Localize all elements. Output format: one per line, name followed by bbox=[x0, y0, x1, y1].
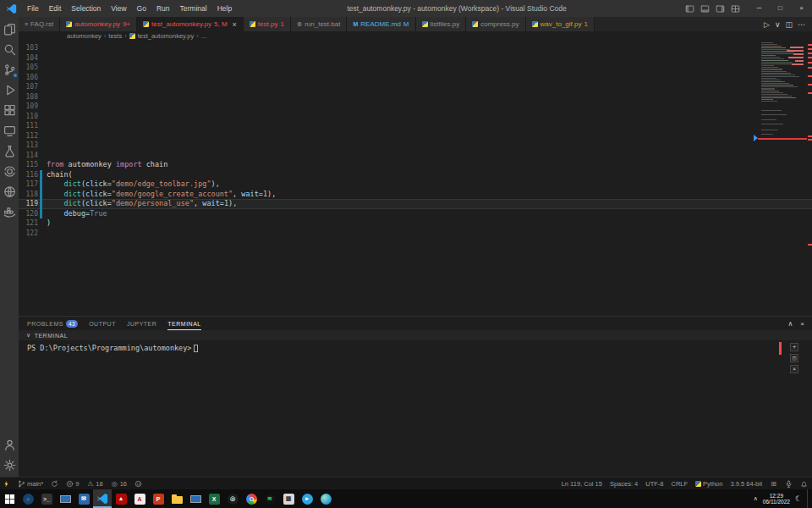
cursor-position[interactable]: Ln 119, Col 15 bbox=[562, 480, 602, 488]
activity-live-share[interactable] bbox=[3, 185, 16, 198]
menu-terminal[interactable]: Terminal bbox=[175, 0, 212, 17]
breadcrumb-item[interactable]: tests bbox=[108, 32, 122, 40]
tab-test.py[interactable]: test.py1 bbox=[244, 17, 291, 31]
tab-listfiles.py[interactable]: listfiles.py bbox=[416, 17, 467, 31]
calculator-app[interactable]: ▦ bbox=[279, 489, 298, 508]
spotify-app[interactable]: ≋ bbox=[261, 489, 279, 508]
breadcrumb-item[interactable]: test_automonkey.py bbox=[138, 32, 195, 40]
tab-test_automonkey.py[interactable]: test_automonkey.py5, M× bbox=[137, 17, 244, 31]
activity-settings-gear[interactable] bbox=[3, 459, 16, 472]
menu-view[interactable]: View bbox=[106, 0, 131, 17]
chrome-app[interactable] bbox=[242, 489, 261, 508]
indentation[interactable]: Spaces: 4 bbox=[610, 480, 638, 488]
code-line[interactable]: 103 bbox=[19, 43, 812, 53]
split-terminal-icon[interactable]: ◫ bbox=[790, 354, 798, 362]
panel-tab-output[interactable]: OUTPUT bbox=[89, 317, 116, 330]
show-desktop-button[interactable] bbox=[807, 489, 810, 508]
breadcrumb-item[interactable]: ... bbox=[201, 32, 206, 40]
microphone[interactable] bbox=[785, 480, 793, 488]
code-line[interactable]: 105 bbox=[19, 63, 812, 73]
obs-app[interactable]: ◎ bbox=[223, 489, 242, 508]
menu-run[interactable]: Run bbox=[151, 0, 175, 17]
code-line[interactable]: 121) bbox=[19, 218, 812, 229]
mail-app[interactable]: ✉ bbox=[74, 489, 93, 508]
code-line[interactable]: 120 debug=True bbox=[19, 209, 812, 219]
menu-file[interactable]: File bbox=[22, 0, 44, 17]
activity-remote-explorer[interactable] bbox=[3, 124, 16, 137]
pdf-app[interactable]: A bbox=[130, 489, 149, 508]
menu-edit[interactable]: Edit bbox=[44, 0, 67, 17]
code-pane[interactable]: 103104105106107108109110111112113114115f… bbox=[19, 41, 812, 238]
menu-selection[interactable]: Selection bbox=[66, 0, 106, 17]
code-line[interactable]: 122 bbox=[19, 229, 812, 239]
breadcrumb[interactable]: automonkey›tests›test_automonkey.py›... bbox=[19, 31, 812, 41]
vscode-app[interactable] bbox=[93, 489, 112, 508]
split-editor-button[interactable]: ◫ bbox=[785, 20, 793, 29]
code-line[interactable]: 113 bbox=[19, 141, 812, 151]
python-interpreter[interactable]: 3.9.5 64-bit bbox=[730, 480, 762, 488]
tab-wav_to_gif.py[interactable]: wav_to_gif.py1 bbox=[526, 17, 595, 31]
notifications-bell[interactable] bbox=[800, 480, 808, 488]
tab-run_test.bat[interactable]: ⚙run_test.bat bbox=[291, 17, 348, 31]
hidden-icons-chevron[interactable]: ∧ bbox=[754, 495, 758, 502]
code-line[interactable]: 107 bbox=[19, 82, 812, 92]
menu-help[interactable]: Help bbox=[212, 0, 237, 17]
close-tab-icon[interactable]: × bbox=[233, 20, 237, 29]
maximize-button[interactable]: □ bbox=[770, 0, 791, 17]
tab-README.md[interactable]: MREADME.mdM bbox=[347, 17, 415, 31]
code-line[interactable]: 114 bbox=[19, 151, 812, 161]
language-mode[interactable]: Python bbox=[695, 480, 722, 488]
terminal-section-header[interactable]: ∨ TERMINAL bbox=[19, 330, 812, 340]
code-line[interactable]: 112 bbox=[19, 131, 812, 141]
kill-terminal-icon[interactable]: × bbox=[790, 365, 798, 373]
activity-docker[interactable] bbox=[3, 206, 16, 218]
acrobat-app[interactable]: ▴ bbox=[112, 489, 130, 508]
code-line[interactable]: 118 dict(click="demo/google_create_accou… bbox=[19, 190, 812, 200]
eol-sequence[interactable]: CRLF bbox=[672, 480, 689, 488]
code-line[interactable]: 116chain( bbox=[19, 170, 812, 180]
remote-indicator[interactable] bbox=[3, 480, 10, 488]
snipping-app[interactable] bbox=[56, 489, 74, 508]
encoding[interactable]: UTF-8 bbox=[645, 480, 663, 488]
new-terminal-icon[interactable]: + bbox=[790, 343, 798, 351]
minimap[interactable] bbox=[761, 42, 805, 262]
code-line[interactable]: 106 bbox=[19, 73, 812, 83]
activity-account[interactable] bbox=[3, 439, 16, 451]
info-count[interactable]: ◎16 bbox=[111, 480, 127, 488]
edge-app[interactable] bbox=[316, 489, 335, 508]
more-actions-button[interactable]: ⋯ bbox=[798, 20, 805, 29]
activity-testing[interactable] bbox=[3, 145, 16, 157]
feedback[interactable] bbox=[134, 480, 142, 488]
code-line[interactable]: 104 bbox=[19, 53, 812, 64]
folder-app[interactable] bbox=[167, 489, 186, 508]
activity-extensions[interactable] bbox=[3, 104, 16, 117]
warnings-count[interactable]: ⚠18 bbox=[86, 480, 102, 488]
tab-automonkey.py[interactable]: automonkey.py9+ bbox=[60, 17, 137, 31]
code-line[interactable]: 117 dict(click="demo/edge_toolbar.jpg"), bbox=[19, 179, 812, 190]
terminal-app[interactable]: >_ bbox=[37, 489, 56, 508]
activity-jupyter[interactable] bbox=[3, 165, 16, 178]
breadcrumb-item[interactable]: automonkey bbox=[67, 32, 102, 40]
start-button[interactable] bbox=[0, 489, 19, 508]
tab-FAQ.rst[interactable]: ≡FAQ.rst bbox=[19, 17, 60, 31]
panel-tab-problems[interactable]: PROBLEMS43 bbox=[27, 317, 78, 330]
excel-app[interactable]: X bbox=[205, 489, 223, 508]
search-app[interactable]: ○ bbox=[19, 489, 37, 508]
taskbar-clock[interactable]: 12:2906/11/2022 bbox=[763, 493, 790, 505]
close-button[interactable]: × bbox=[791, 0, 812, 17]
code-line[interactable]: 108 bbox=[19, 92, 812, 102]
activity-source-control[interactable] bbox=[3, 64, 16, 76]
minimize-button[interactable]: ─ bbox=[749, 0, 770, 17]
panel-tab-terminal[interactable]: TERMINAL bbox=[167, 317, 200, 330]
powerpoint-app[interactable]: P bbox=[149, 489, 167, 508]
activity-run-and-debug[interactable] bbox=[3, 84, 16, 97]
terminal[interactable]: PS D:\Projects\Programming\automonkey> +… bbox=[19, 340, 812, 477]
maximize-panel-icon[interactable]: ∧ bbox=[787, 320, 793, 328]
code-editor[interactable]: 103104105106107108109110111112113114115f… bbox=[19, 41, 812, 316]
run-python-file-button[interactable]: ▷ bbox=[764, 20, 770, 29]
telegram-app[interactable]: ▸ bbox=[298, 489, 316, 508]
code-line[interactable]: 109 bbox=[19, 102, 812, 112]
focus-assist-moon-icon[interactable]: ☾ bbox=[795, 494, 802, 503]
code-line[interactable]: 110 bbox=[19, 112, 812, 122]
layout-grid[interactable]: ⊞ bbox=[770, 480, 777, 488]
